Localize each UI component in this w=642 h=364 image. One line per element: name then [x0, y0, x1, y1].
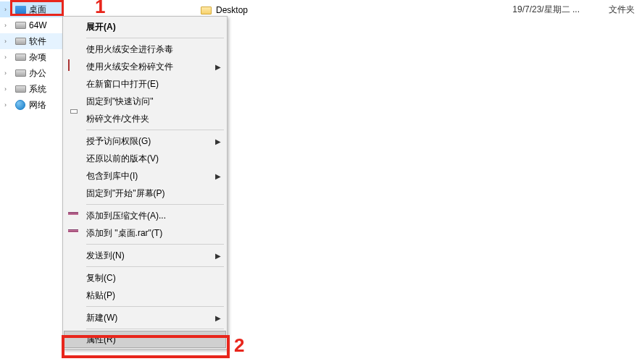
tree-item-2[interactable]: ›软件	[0, 33, 62, 49]
menu-item-label: 新建(W)	[86, 312, 117, 324]
menu-item-label: 授予访问权限(G)	[86, 135, 151, 148]
folder-icon	[200, 4, 212, 16]
submenu-arrow-icon: ▶	[215, 137, 221, 145]
submenu-arrow-icon: ▶	[215, 63, 221, 71]
tree-item-label: 办公	[29, 67, 46, 80]
menu-item-21[interactable]: 新建(W)▶	[64, 309, 225, 326]
menu-item-label: 包含到库中(I)	[86, 170, 138, 182]
menu-item-4[interactable]: 在新窗口中打开(E)	[64, 75, 225, 93]
chevron-right-icon: ›	[4, 85, 12, 93]
chevron-right-icon: ›	[4, 54, 12, 61]
network-icon	[14, 99, 26, 111]
menu-item-label: 在新窗口中打开(E)	[86, 78, 159, 90]
menu-item-label: 复制(C)	[86, 272, 116, 284]
menu-item-label: 展开(A)	[86, 21, 116, 33]
menu-item-5[interactable]: 固定到"快速访问"	[64, 93, 225, 110]
menu-item-9[interactable]: 还原以前的版本(V)	[64, 150, 225, 167]
chevron-right-icon: ›	[4, 69, 12, 77]
tree-item-label: 杂项	[29, 51, 46, 64]
tree-item-3[interactable]: ›杂项	[0, 49, 62, 65]
menu-item-label: 固定到"快速访问"	[86, 96, 154, 108]
file-date: 19/7/23/星期二 ...	[512, 4, 580, 16]
tree-item-5[interactable]: ›系统	[0, 81, 62, 97]
annotation-number-1: 1	[95, 0, 105, 18]
menu-separator	[86, 38, 224, 38]
nav-tree: ›桌面›64W›软件›杂项›办公›系统›网络	[0, 0, 62, 364]
context-menu: 展开(A)使用火绒安全进行杀毒使用火绒安全粉碎文件▶在新窗口中打开(E)固定到"…	[62, 16, 228, 350]
menu-item-label: 粉碎文件/文件夹	[86, 113, 149, 125]
menu-separator	[86, 204, 224, 205]
drive-icon	[14, 51, 26, 63]
menu-separator	[86, 329, 224, 329]
menu-item-18[interactable]: 复制(C)	[64, 269, 225, 287]
tree-item-1[interactable]: ›64W	[0, 17, 62, 33]
menu-item-23[interactable]: 属性(R)	[64, 331, 226, 348]
menu-item-13[interactable]: 添加到压缩文件(A)...	[64, 207, 225, 224]
menu-item-8[interactable]: 授予访问权限(G)▶	[64, 132, 225, 150]
chevron-right-icon: ›	[4, 101, 12, 109]
menu-separator	[86, 266, 224, 267]
chevron-right-icon: ›	[4, 22, 12, 29]
menu-separator	[86, 130, 224, 130]
menu-item-label: 发送到(N)	[86, 250, 125, 262]
tree-item-label: 系统	[29, 83, 46, 96]
menu-item-label: 还原以前的版本(V)	[86, 153, 159, 165]
menu-item-16[interactable]: 发送到(N)▶	[64, 247, 225, 264]
menu-item-6[interactable]: 粉碎文件/文件夹	[64, 110, 225, 127]
tree-item-0[interactable]: ›桌面	[0, 1, 62, 17]
drive-icon	[14, 83, 26, 95]
menu-item-11[interactable]: 固定到"开始"屏幕(P)	[64, 185, 225, 202]
shredder-icon	[68, 60, 81, 73]
submenu-arrow-icon: ▶	[215, 252, 221, 260]
chevron-right-icon: ›	[4, 6, 12, 13]
tree-item-label: 软件	[29, 35, 46, 48]
menu-item-label: 属性(R)	[86, 334, 116, 346]
submenu-arrow-icon: ▶	[215, 314, 221, 322]
fire-icon	[68, 43, 81, 56]
menu-item-label: 添加到 "桌面.rar"(T)	[86, 227, 162, 240]
tree-item-label: 网络	[29, 99, 46, 111]
menu-item-14[interactable]: 添加到 "桌面.rar"(T)	[64, 224, 225, 242]
menu-item-10[interactable]: 包含到库中(I)▶	[64, 167, 225, 185]
menu-item-label: 使用火绒安全粉碎文件	[86, 61, 173, 73]
menu-item-label: 使用火绒安全进行杀毒	[86, 43, 173, 56]
file-type: 文件夹	[609, 4, 635, 16]
drive-icon	[14, 20, 26, 31]
file-meta: 19/7/23/星期二 ... 文件夹	[512, 4, 635, 16]
menu-item-0[interactable]: 展开(A)	[64, 18, 225, 35]
tree-item-label: 64W	[29, 20, 47, 30]
menu-item-label: 固定到"开始"屏幕(P)	[86, 187, 165, 200]
menu-item-3[interactable]: 使用火绒安全粉碎文件▶	[64, 58, 225, 75]
printer-icon	[68, 112, 81, 125]
menu-item-19[interactable]: 粘贴(P)	[64, 287, 225, 304]
tree-item-6[interactable]: ›网络	[0, 97, 62, 113]
archive-icon	[68, 209, 81, 222]
annotation-number-2: 2	[234, 334, 244, 357]
drive-icon	[14, 67, 26, 79]
monitor-icon	[14, 4, 26, 15]
menu-item-label: 添加到压缩文件(A)...	[86, 210, 166, 222]
submenu-arrow-icon: ▶	[215, 172, 221, 180]
menu-separator	[86, 244, 224, 245]
menu-item-2[interactable]: 使用火绒安全进行杀毒	[64, 41, 225, 58]
tree-item-4[interactable]: ›办公	[0, 65, 62, 81]
drive-icon	[14, 35, 26, 47]
chevron-right-icon: ›	[4, 38, 12, 45]
archive-icon	[68, 227, 81, 240]
file-name: Desktop	[216, 5, 248, 15]
menu-separator	[86, 306, 224, 307]
tree-item-label: 桌面	[29, 4, 46, 16]
menu-item-label: 粘贴(P)	[86, 289, 115, 302]
